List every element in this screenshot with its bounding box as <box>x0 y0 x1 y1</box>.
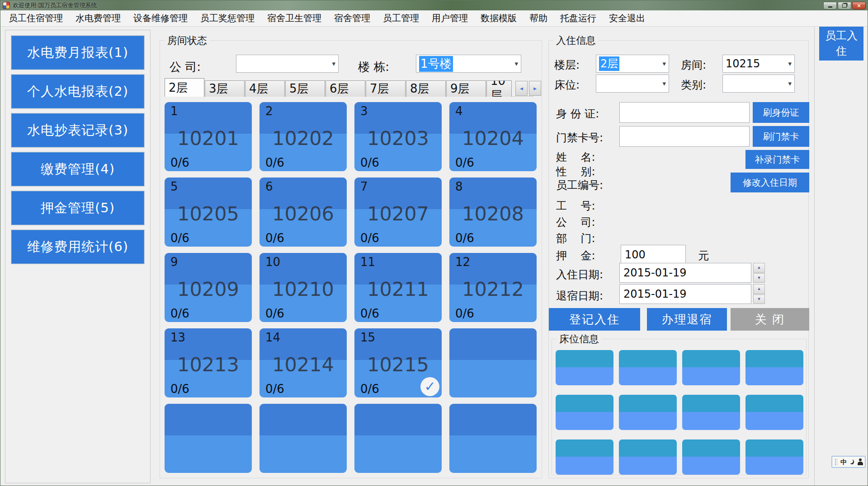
menu-item[interactable]: 数据模版 <box>474 10 523 26</box>
menu-item[interactable]: 宿舍卫生管理 <box>261 10 328 26</box>
minimize-button[interactable] <box>823 2 837 9</box>
register-checkin-button[interactable]: 登记入住 <box>549 308 640 331</box>
spin-up-icon[interactable]: ▲ <box>753 284 765 294</box>
bed-card[interactable] <box>745 439 803 475</box>
room-card[interactable]: 8 10208 0/6 ✓ <box>449 178 537 247</box>
sidebar-button[interactable]: 水电费月报表(1) <box>11 36 144 70</box>
floor-tab[interactable]: 4层 <box>245 80 285 97</box>
sidebar-button[interactable]: 维修费用统计(6) <box>11 230 144 264</box>
menu-item[interactable]: 托盘运行 <box>554 10 603 26</box>
room-card[interactable]: 14 10214 0/6 ✓ <box>259 328 347 397</box>
menu-item[interactable]: 员工住宿管理 <box>2 10 69 26</box>
ime-fullwidth-moon-icon[interactable] <box>850 459 854 464</box>
checkin-date-input[interactable]: 2015-01-19 <box>619 263 751 283</box>
menu-item[interactable]: 设备维修管理 <box>127 10 194 26</box>
menu-item[interactable]: 帮助 <box>523 10 554 26</box>
menu-item[interactable]: 用户管理 <box>425 10 474 26</box>
bed-card[interactable] <box>682 439 740 475</box>
sidebar-button[interactable]: 押金管理(5) <box>11 191 144 225</box>
room-card[interactable]: ✓ <box>449 404 537 473</box>
bed-card[interactable] <box>745 395 803 430</box>
floor-tab[interactable]: 9层 <box>446 80 486 97</box>
floor-tab[interactable]: 8层 <box>406 80 446 97</box>
category-field-label: 类别: <box>681 78 706 92</box>
sidebar-button[interactable]: 缴费管理(4) <box>11 152 144 186</box>
window-controls: × <box>823 2 868 9</box>
tab-scroll-left-button[interactable]: ◂ <box>515 81 528 96</box>
room-card[interactable]: ✓ <box>165 404 252 473</box>
bed-card[interactable] <box>619 439 677 475</box>
room-card[interactable]: 11 10211 0/6 ✓ <box>354 253 442 322</box>
tab-scroll-right-button[interactable]: ▸ <box>529 81 541 96</box>
company-combobox[interactable]: ▾ <box>236 55 339 73</box>
floor-combobox[interactable]: 2层 ▾ <box>596 55 669 73</box>
room-card[interactable]: 5 10205 0/6 ✓ <box>165 178 252 247</box>
bed-card[interactable] <box>682 350 740 385</box>
spin-down-icon[interactable]: ▼ <box>753 273 765 283</box>
menu-item[interactable]: 员工管理 <box>377 10 425 26</box>
ime-user-icon[interactable] <box>857 458 863 465</box>
bed-card[interactable] <box>619 395 677 430</box>
checkin-date-spinner: ▲ ▼ <box>753 263 765 283</box>
sidebar-button[interactable]: 水电抄表记录(3) <box>11 113 144 147</box>
bed-card[interactable] <box>682 395 740 430</box>
ime-drag-handle-icon[interactable] <box>835 458 837 465</box>
floor-tab[interactable]: 7层 <box>366 80 406 97</box>
menu-item[interactable]: 安全退出 <box>603 10 651 26</box>
room-card[interactable]: ✓ <box>259 404 347 473</box>
id-number-input[interactable] <box>619 102 750 123</box>
menu-item[interactable]: 宿舍管理 <box>328 10 377 26</box>
ime-language-button[interactable]: 中 <box>840 459 847 465</box>
close-panel-button[interactable]: 关 闭 <box>731 308 809 331</box>
room-card[interactable]: 7 10207 0/6 ✓ <box>354 178 442 247</box>
bed-card[interactable] <box>556 395 613 430</box>
floor-tab[interactable]: 6层 <box>326 80 365 97</box>
room-number: 10206 <box>259 202 347 225</box>
room-card[interactable]: 3 10203 0/6 ✓ <box>354 102 442 171</box>
menu-item[interactable]: 水电费管理 <box>69 10 127 26</box>
close-button[interactable]: × <box>852 2 866 9</box>
bed-card[interactable] <box>745 350 803 385</box>
room-card[interactable]: 2 10202 0/6 ✓ <box>259 102 347 171</box>
scan-id-button[interactable]: 刷身份证 <box>753 102 809 123</box>
room-card[interactable]: 15 10215 0/6 ✓ <box>354 328 442 397</box>
restore-button[interactable] <box>838 2 851 9</box>
room-card[interactable]: 9 10209 0/6 ✓ <box>165 253 252 322</box>
room-combobox[interactable]: 10215 ▾ <box>722 55 795 73</box>
room-card[interactable]: 4 10204 0/6 ✓ <box>449 102 537 171</box>
room-card[interactable]: 12 10212 0/6 ✓ <box>449 253 537 322</box>
supplement-card-button[interactable]: 补录门禁卡 <box>745 150 809 169</box>
bed-grid <box>556 350 803 475</box>
checkout-button[interactable]: 办理退宿 <box>647 308 727 331</box>
scan-access-card-button[interactable]: 刷门禁卡 <box>753 126 809 147</box>
room-card[interactable]: 13 10213 0/6 ✓ <box>165 328 252 397</box>
modify-checkin-date-button[interactable]: 修改入住日期 <box>731 173 809 192</box>
bed-card[interactable] <box>619 350 677 385</box>
employee-checkin-button[interactable]: 员工入 住 <box>819 27 863 61</box>
room-card[interactable]: ✓ <box>449 328 537 397</box>
room-card[interactable]: 1 10201 0/6 ✓ <box>165 102 252 171</box>
room-card[interactable]: 10 10210 0/6 ✓ <box>259 253 347 322</box>
sidebar-button[interactable]: 个人水电报表(2) <box>11 75 144 108</box>
bed-card[interactable] <box>556 350 613 385</box>
spin-up-icon[interactable]: ▲ <box>753 263 765 273</box>
room-number: 10214 <box>259 353 347 376</box>
floor-tabstrip: 2层3层4层5层6层7层8层9层10层 <box>165 78 515 97</box>
floor-tab[interactable]: 2层 <box>165 78 204 97</box>
room-card[interactable]: 6 10206 0/6 ✓ <box>259 178 347 247</box>
bed-card[interactable] <box>556 439 613 475</box>
deposit-input[interactable]: 100 <box>621 245 686 265</box>
floor-tab[interactable]: 10层 <box>486 80 512 97</box>
category-combobox[interactable]: ▾ <box>722 75 795 93</box>
access-card-input[interactable] <box>619 126 750 147</box>
bed-combobox[interactable]: ▾ <box>596 75 669 93</box>
floor-tab[interactable]: 3层 <box>205 80 245 97</box>
menu-item[interactable]: 员工奖惩管理 <box>194 10 261 26</box>
floor-tab[interactable]: 5层 <box>285 80 325 97</box>
checkout-date-input[interactable]: 2015-01-19 <box>619 284 751 304</box>
spin-down-icon[interactable]: ▼ <box>753 294 765 304</box>
bed-info-panel: 床位信息 <box>552 339 807 475</box>
building-combobox[interactable]: 1号楼 ▾ <box>416 55 521 73</box>
room-number: 10203 <box>354 127 442 150</box>
room-card[interactable]: ✓ <box>354 404 442 473</box>
